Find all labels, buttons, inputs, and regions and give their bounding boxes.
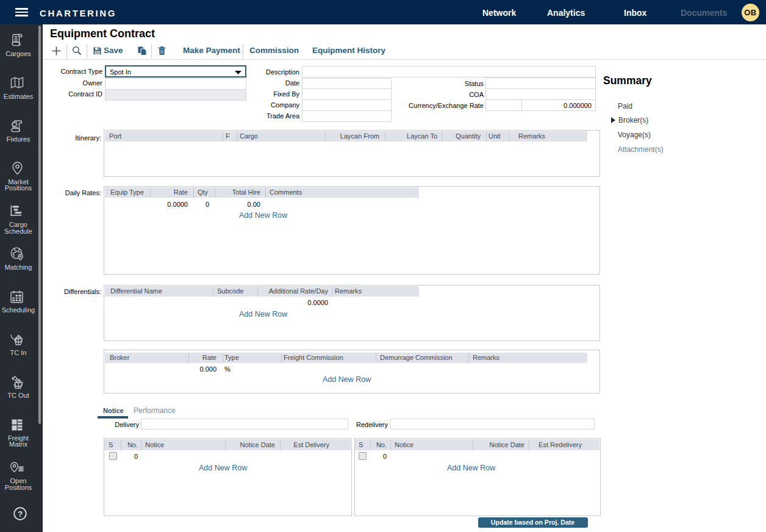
svg-text:?: ? xyxy=(18,509,23,519)
